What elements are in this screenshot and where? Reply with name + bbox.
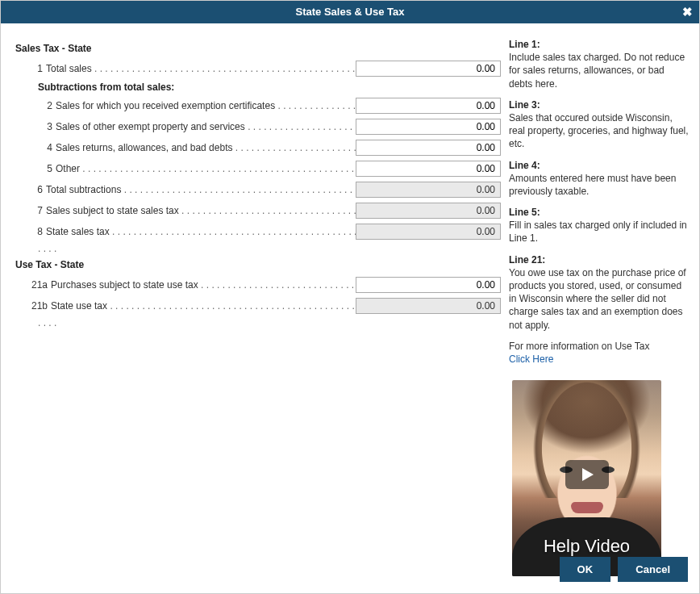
dialog-footer: OK Cancel (555, 557, 688, 582)
use-tax-heading: Use Tax - State (15, 259, 501, 270)
input-exemption-certs[interactable] (356, 98, 501, 114)
row-exemption-certs: 2Sales for which you received exemption … (15, 96, 501, 115)
label-returns-allowances: Sales returns, allowances, and bad debts (56, 142, 232, 153)
input-total-sales[interactable] (356, 61, 501, 77)
decorative-dots: . . . . (15, 243, 501, 254)
help-line21: Line 21: You owe use tax on the purchase… (509, 253, 690, 332)
help-more-info: For more information on Use Tax Click He… (509, 340, 690, 366)
play-icon[interactable] (565, 460, 609, 489)
ok-button[interactable]: OK (560, 557, 611, 582)
help-line1: Line 1: Include sales tax charged. Do no… (509, 38, 690, 90)
help-panel: Line 1: Include sales tax charged. Do no… (501, 38, 690, 576)
label-state-sales-tax: State sales tax (46, 226, 110, 237)
help-video-caption: Help Video (512, 536, 661, 557)
help-video-thumbnail[interactable]: Help Video CC ⛶ (512, 380, 661, 576)
form-area: Sales Tax - State 1Total sales Subtracti… (15, 38, 501, 576)
subtractions-heading: Subtractions from total sales: (38, 82, 501, 93)
row-state-sales-tax: 8State sales tax (15, 222, 501, 241)
input-other-subtraction[interactable] (356, 161, 501, 177)
state-sales-use-tax-dialog: State Sales & Use Tax ✖ Sales Tax - Stat… (0, 0, 700, 594)
dialog-title: State Sales & Use Tax (296, 6, 405, 18)
output-state-sales-tax (356, 224, 501, 240)
help-line4: Line 4: Amounts entered here must have b… (509, 159, 690, 199)
svg-marker-0 (582, 468, 594, 481)
label-total-sales: Total sales (46, 63, 92, 74)
row-total-sales: 1Total sales (15, 59, 501, 78)
output-state-use-tax (356, 298, 501, 314)
label-exemption-certs: Sales for which you received exemption c… (56, 100, 275, 111)
label-total-subtractions: Total subtractions (46, 184, 121, 195)
input-other-exempt[interactable] (356, 119, 501, 135)
decorative-dots2: . . . . (15, 317, 501, 328)
dialog-titlebar: State Sales & Use Tax ✖ (1, 1, 699, 23)
row-purchases-subject: 21aPurchases subject to state use tax (15, 275, 501, 295)
close-icon[interactable]: ✖ (682, 1, 693, 23)
output-total-subtractions (356, 182, 501, 198)
row-state-use-tax: 21bState use tax (15, 296, 501, 316)
input-returns-allowances[interactable] (356, 140, 501, 156)
label-other-subtraction: Other (56, 163, 80, 174)
label-other-exempt: Sales of other exempt property and servi… (56, 121, 245, 132)
row-other-exempt: 3Sales of other exempt property and serv… (15, 117, 501, 136)
label-sales-subject: Sales subject to state sales tax (46, 205, 179, 216)
cancel-button[interactable]: Cancel (618, 557, 688, 582)
row-returns-allowances: 4Sales returns, allowances, and bad debt… (15, 138, 501, 157)
input-purchases-subject[interactable] (356, 277, 501, 293)
use-tax-info-link[interactable]: Click Here (509, 353, 553, 365)
help-line5: Line 5: Fill in sales tax charged only i… (509, 206, 690, 245)
row-total-subtractions: 6Total subtractions (15, 180, 501, 199)
help-line3: Line 3: Sales that occured outside Wisco… (509, 98, 690, 151)
label-purchases-subject: Purchases subject to state use tax (51, 279, 198, 291)
row-sales-subject: 7Sales subject to state sales tax (15, 201, 501, 220)
output-sales-subject (356, 203, 501, 219)
label-state-use-tax: State use tax (51, 300, 107, 312)
row-other-subtraction: 5Other (15, 159, 501, 178)
sales-tax-heading: Sales Tax - State (15, 43, 501, 54)
